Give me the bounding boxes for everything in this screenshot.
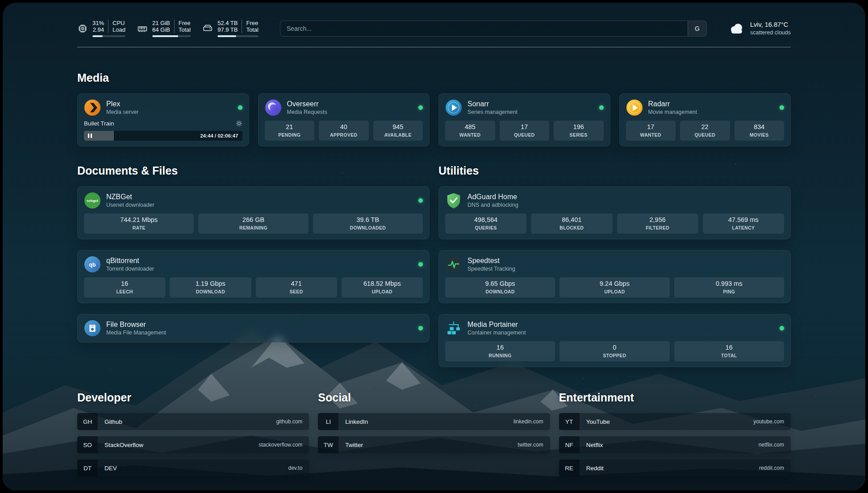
stat-running: 16 RUNNING [445, 341, 555, 361]
stat-series: 196 SERIES [554, 121, 604, 141]
stat-rate: 744.21 Mbps RATE [84, 213, 194, 234]
service-card-adguard[interactable]: AdGuard Home DNS and adblocking 498,564 … [438, 186, 791, 239]
weather-location: Lviv, 16.87°C [750, 21, 791, 29]
bookmark-linkedin[interactable]: LI LinkedIn linkedin.com [318, 413, 550, 430]
bookmark-url: twitter.com [517, 442, 543, 448]
memory-free-value: 21 GiB [152, 20, 174, 26]
service-name: Media Portainer [467, 320, 526, 329]
service-card-qbittorrent[interactable]: qb qBittorrent Torrent downloader 16 [77, 250, 430, 303]
stat-remaining: 266 GB REMAINING [198, 213, 308, 234]
status-dot [418, 198, 423, 203]
service-name: Speedtest [467, 256, 515, 265]
playback-time: 24:44 / 02:06:47 [200, 133, 238, 138]
bookmark-abbr: TW [318, 436, 338, 453]
topbar-divider [77, 47, 791, 47]
search-provider-button[interactable]: G [688, 21, 706, 36]
stat-latency: 47.569 ms LATENCY [703, 213, 784, 234]
service-name: qBittorrent [106, 256, 154, 265]
service-name: Sonarr [467, 100, 517, 109]
stat-blocked: 86,401 BLOCKED [531, 213, 612, 234]
disk-free-label: Free [242, 20, 258, 26]
sonarr-icon [445, 99, 462, 116]
utilities-section-title: Utilities [438, 164, 791, 177]
stat-upload: 618.52 Mbps UPLOAD [342, 277, 423, 297]
service-name: AdGuard Home [467, 192, 518, 201]
bookmark-url: linkedin.com [513, 418, 543, 425]
service-description: Media File Management [106, 329, 166, 336]
memory-usage-bar [152, 35, 191, 37]
service-card-filebrowser[interactable]: File Browser Media File Management [77, 314, 430, 343]
service-card-portainer[interactable]: Media Portainer Container management 16 … [438, 314, 791, 367]
cpu-label: CPU [108, 20, 125, 26]
bookmark-name: Twitter [345, 442, 363, 448]
snow-specks [3, 3, 4, 4]
status-dot [780, 326, 784, 330]
stat-total: 16 TOTAL [674, 341, 784, 361]
playback-progress-bar: 24:44 / 02:06:47 [84, 131, 242, 141]
bookmark-netflix[interactable]: NF Netflix netflix.com [559, 436, 791, 453]
bookmark-dev[interactable]: DT DEV dev.to [77, 460, 309, 476]
bookmark-abbr: YT [559, 413, 580, 430]
service-card-plex[interactable]: Plex Media server Bullet Train [77, 93, 249, 146]
bookmark-youtube[interactable]: YT YouTube youtube.com [559, 413, 791, 430]
search-input[interactable] [280, 21, 688, 36]
stat-leech: 16 LEECH [84, 277, 165, 297]
bookmark-abbr: RE [559, 460, 580, 476]
bookmark-url: github.com [276, 418, 303, 425]
stat-filtered: 2,956 FILTERED [617, 213, 698, 234]
service-card-overseerr[interactable]: Overseerr Media Requests 21 PENDING 40 A… [258, 93, 430, 146]
bookmark-name: DEV [104, 465, 117, 472]
weather-widget: Lviv, 16.87°C scattered clouds [728, 21, 791, 36]
disk-free-value: 52.4 TB [217, 20, 242, 26]
cpu-load-value: 2.94 [92, 26, 108, 33]
speedtest-icon [445, 256, 462, 273]
now-playing-title: Bullet Train [84, 120, 114, 127]
service-description: Container management [467, 329, 526, 336]
overseerr-icon [265, 99, 282, 116]
service-card-speedtest[interactable]: Speedtest Speedtest Tracking 9.65 Gbps D… [438, 250, 791, 303]
service-card-nzbget[interactable]: nzbget NZBGet Usenet downloader 744.21 M… [77, 186, 430, 239]
bookmarks-social: Social LI LinkedIn linkedin.com TW Twitt… [318, 391, 550, 476]
cloud-icon [728, 22, 745, 34]
memory-widget: 21 GiB Free 64 GiB Total [137, 20, 191, 37]
stat-queries: 498,564 QUERIES [445, 213, 526, 234]
weather-condition: scattered clouds [750, 29, 791, 36]
stat-queued: 17 QUEUED [500, 121, 550, 141]
bookmark-github[interactable]: GH Github github.com [77, 413, 309, 430]
stat-stopped: 0 STOPPED [559, 341, 669, 361]
service-name: Overseerr [287, 100, 327, 109]
bookmark-stackoverflow[interactable]: SO StackOverflow stackoverflow.com [77, 436, 309, 453]
stat-approved: 40 APPROVED [319, 121, 369, 141]
service-card-sonarr[interactable]: Sonarr Series management 485 WANTED 17 Q… [438, 93, 610, 146]
service-description: Speedtest Tracking [467, 265, 515, 272]
cpu-load-label: Load [108, 26, 125, 33]
bookmarks-entertainment: Entertainment YT YouTube youtube.com NF … [559, 391, 791, 476]
bookmark-reddit[interactable]: RE Reddit reddit.com [559, 460, 791, 476]
section-documents: Documents & Files nzbget NZBGet Usenet d… [77, 164, 430, 367]
stat-download: 9.65 Gbps DOWNLOAD [445, 277, 555, 297]
pause-button[interactable] [88, 134, 92, 138]
stat-pending: 21 PENDING [265, 121, 315, 141]
bookmark-url: dev.to [288, 465, 303, 471]
bookmark-abbr: GH [77, 413, 98, 430]
service-card-radarr[interactable]: Radarr Movie management 17 WANTED 22 QUE… [619, 93, 791, 146]
bookmark-twitter[interactable]: TW Twitter twitter.com [318, 436, 550, 453]
service-description: Media Requests [287, 109, 327, 116]
service-description: Torrent downloader [106, 265, 154, 272]
status-dot [780, 105, 784, 110]
stat-available: 945 AVAILABLE [373, 121, 423, 141]
gear-icon[interactable] [236, 120, 242, 127]
developer-section-title: Developer [77, 391, 309, 404]
cpu-widget: 31% CPU 2.94 Load [77, 20, 125, 37]
memory-icon [137, 23, 148, 34]
bookmark-url: netflix.com [759, 442, 784, 448]
disk-total-label: Total [242, 26, 258, 33]
section-media: Media Plex Media server [77, 71, 791, 146]
documents-section-title: Documents & Files [77, 164, 430, 177]
radarr-icon [626, 99, 643, 116]
service-description: Media server [106, 109, 138, 116]
service-description: Series management [467, 109, 517, 116]
bookmark-name: StackOverflow [104, 442, 143, 448]
stat-upload: 9.24 Gbps UPLOAD [559, 277, 669, 297]
topbar: 31% CPU 2.94 Load [77, 20, 791, 37]
